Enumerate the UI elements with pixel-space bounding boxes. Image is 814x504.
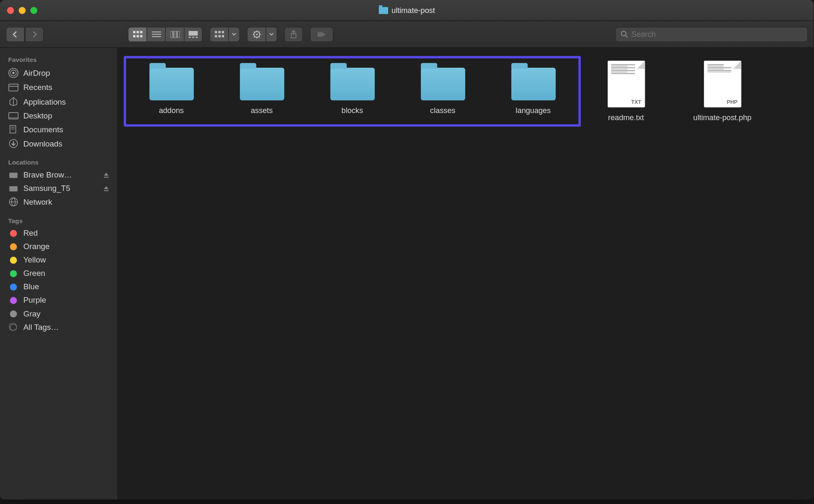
- sidebar-section-favorites: Favorites AirDrop Recents: [0, 54, 117, 150]
- item-label: blocks: [342, 106, 363, 115]
- sidebar-header: Locations: [0, 157, 117, 168]
- file-item[interactable]: TXT readme.txt: [581, 56, 671, 127]
- sidebar-item-documents[interactable]: Documents: [0, 123, 117, 136]
- search-input[interactable]: [631, 30, 802, 39]
- gallery-view-button[interactable]: [184, 26, 203, 41]
- svg-rect-14: [192, 36, 195, 38]
- eject-icon[interactable]: [103, 185, 109, 191]
- file-item[interactable]: PHP ultimate-post.php: [671, 56, 773, 127]
- folder-item[interactable]: addons: [126, 58, 216, 124]
- svg-rect-12: [188, 31, 198, 35]
- sidebar-tag-purple[interactable]: Purple: [0, 293, 117, 307]
- grid-icon: [133, 31, 142, 38]
- sidebar-tag-all[interactable]: All Tags…: [0, 320, 117, 334]
- maximize-window-button[interactable]: [30, 7, 37, 14]
- folder-item[interactable]: blocks: [307, 58, 397, 124]
- sidebar-item-samsung[interactable]: Samsung_T5: [0, 182, 117, 195]
- sidebar-item-label: All Tags…: [23, 323, 59, 332]
- sidebar-item-label: Red: [23, 229, 38, 237]
- sidebar-tag-orange[interactable]: Orange: [0, 240, 117, 253]
- back-button[interactable]: [6, 26, 25, 41]
- group-dropdown-button[interactable]: [228, 26, 240, 41]
- svg-line-35: [626, 36, 627, 37]
- forward-button[interactable]: [25, 26, 44, 41]
- action-menu-button[interactable]: [247, 26, 266, 41]
- folder-item[interactable]: assets: [216, 58, 307, 124]
- airdrop-icon: [8, 68, 19, 78]
- folder-item[interactable]: classes: [397, 58, 488, 124]
- sidebar-item-desktop[interactable]: Desktop: [0, 109, 117, 123]
- column-view-button[interactable]: [165, 26, 184, 41]
- close-window-button[interactable]: [7, 7, 14, 14]
- eject-icon[interactable]: [103, 172, 109, 178]
- sidebar-header: Favorites: [0, 54, 117, 65]
- folder-icon: [511, 68, 555, 100]
- tag-dot-icon: [10, 230, 17, 237]
- sidebar-section-tags: Tags Red Orange Yellow Green: [0, 215, 117, 334]
- file-icon: TXT: [607, 61, 644, 108]
- group-segment: [209, 26, 240, 41]
- svg-rect-50: [9, 186, 18, 191]
- share-button[interactable]: [284, 26, 303, 41]
- chevron-down-icon: [269, 32, 274, 36]
- item-label: languages: [516, 106, 551, 115]
- sidebar-tag-blue[interactable]: Blue: [0, 280, 117, 293]
- chevron-right-icon: [31, 31, 37, 38]
- sidebar-tag-red[interactable]: Red: [0, 226, 117, 240]
- documents-icon: [8, 125, 19, 134]
- svg-rect-21: [222, 35, 224, 37]
- sidebar-item-network[interactable]: Network: [0, 195, 117, 209]
- action-dropdown-button[interactable]: [265, 26, 277, 41]
- folder-icon: [330, 68, 374, 100]
- minimize-window-button[interactable]: [19, 7, 26, 14]
- folder-item[interactable]: languages: [488, 58, 578, 124]
- sidebar-item-label: Applications: [23, 97, 66, 106]
- folder-icon: [420, 68, 465, 100]
- body: Favorites AirDrop Recents: [0, 48, 814, 499]
- tag-dot-icon: [10, 297, 17, 304]
- icon-view-button[interactable]: [128, 26, 147, 41]
- selection-highlight: addons assets blocks classes languages: [124, 56, 581, 127]
- sidebar-item-recents[interactable]: Recents: [0, 80, 117, 94]
- sidebar-tag-green[interactable]: Green: [0, 267, 117, 280]
- folder-icon: [240, 68, 284, 100]
- sidebar-tag-yellow[interactable]: Yellow: [0, 253, 117, 267]
- sidebar-item-label: Downloads: [23, 139, 62, 148]
- downloads-icon: [8, 139, 19, 148]
- item-label: assets: [251, 106, 273, 115]
- sidebar-item-label: Green: [23, 269, 45, 278]
- sidebar-item-label: Network: [23, 198, 52, 206]
- svg-rect-3: [133, 35, 135, 37]
- disk-icon: [8, 184, 19, 193]
- tag-dot-icon: [10, 270, 17, 277]
- file-icon: PHP: [703, 61, 741, 108]
- file-extension-label: TXT: [631, 99, 641, 105]
- svg-rect-0: [133, 31, 135, 33]
- tags-button[interactable]: [310, 26, 333, 41]
- chevron-left-icon: [12, 31, 18, 38]
- search-field[interactable]: [615, 26, 808, 41]
- sidebar-item-applications[interactable]: Applications: [0, 94, 117, 109]
- svg-rect-1: [136, 31, 139, 33]
- list-view-button[interactable]: [147, 26, 165, 41]
- svg-rect-51: [104, 190, 108, 191]
- svg-rect-4: [136, 35, 139, 37]
- group-by-button[interactable]: [209, 26, 228, 41]
- svg-rect-19: [214, 35, 217, 37]
- sidebar: Favorites AirDrop Recents: [0, 48, 118, 499]
- svg-rect-39: [9, 84, 18, 91]
- svg-point-34: [621, 31, 626, 36]
- sidebar-item-downloads[interactable]: Downloads: [0, 136, 117, 150]
- sidebar-item-label: Blue: [23, 283, 39, 291]
- disk-icon: [8, 171, 19, 179]
- sidebar-item-airdrop[interactable]: AirDrop: [0, 65, 117, 80]
- columns-icon: [170, 31, 179, 38]
- sidebar-section-locations: Locations Brave Brow… Samsung_T5: [0, 157, 117, 209]
- sidebar-item-brave[interactable]: Brave Brow…: [0, 168, 117, 181]
- sidebar-item-label: Recents: [23, 83, 52, 92]
- content-area[interactable]: addons assets blocks classes languages: [118, 48, 814, 499]
- svg-point-36: [12, 72, 15, 74]
- sidebar-tag-gray[interactable]: Gray: [0, 307, 117, 320]
- toolbar: [0, 21, 814, 48]
- svg-rect-2: [140, 31, 142, 33]
